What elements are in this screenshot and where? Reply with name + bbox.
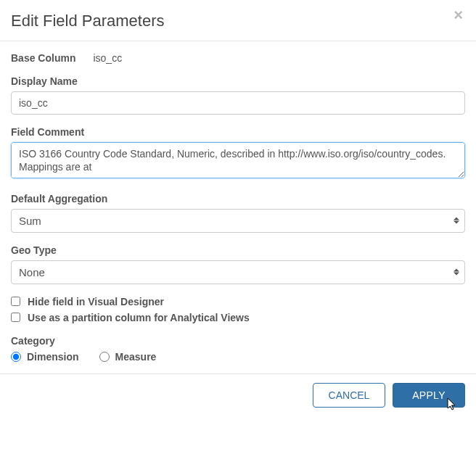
display-name-input[interactable]	[11, 91, 465, 115]
partition-label: Use as a partition column for Analytical…	[28, 312, 250, 323]
geo-type-label: Geo Type	[11, 244, 465, 256]
category-dimension-option[interactable]: Dimension	[11, 351, 79, 363]
category-measure-label: Measure	[115, 351, 157, 363]
close-button[interactable]: ×	[449, 6, 467, 25]
dialog-header: Edit Field Parameters ×	[0, 0, 476, 41]
hide-field-label: Hide field in Visual Designer	[28, 296, 164, 307]
field-comment-textarea[interactable]	[11, 142, 465, 178]
geo-type-row: Geo Type None	[11, 244, 465, 284]
category-dimension-radio[interactable]	[11, 352, 21, 362]
geo-type-select[interactable]: None	[11, 260, 465, 284]
partition-checkbox[interactable]	[11, 313, 20, 322]
field-comment-row: Field Comment	[11, 126, 465, 181]
field-comment-label: Field Comment	[11, 126, 465, 138]
category-row: Category Dimension Measure	[11, 335, 465, 363]
category-measure-option[interactable]: Measure	[99, 351, 157, 363]
options-row: Hide field in Visual Designer Use as a p…	[11, 296, 465, 323]
display-name-row: Display Name	[11, 75, 465, 115]
edit-field-parameters-dialog: Edit Field Parameters × Base Column iso_…	[0, 0, 476, 418]
dialog-body: Base Column iso_cc Display Name Field Co…	[0, 41, 476, 373]
category-measure-radio[interactable]	[99, 352, 110, 362]
display-name-label: Display Name	[11, 75, 465, 87]
base-column-value: iso_cc	[93, 52, 122, 64]
default-aggregation-label: Default Aggregation	[11, 193, 465, 205]
default-aggregation-select[interactable]: Sum	[11, 209, 465, 233]
partition-option[interactable]: Use as a partition column for Analytical…	[11, 312, 465, 323]
cancel-button[interactable]: CANCEL	[313, 383, 385, 408]
category-dimension-label: Dimension	[27, 351, 79, 363]
base-column-row: Base Column iso_cc	[11, 52, 465, 64]
close-icon: ×	[454, 6, 463, 24]
hide-field-option[interactable]: Hide field in Visual Designer	[11, 296, 465, 307]
hide-field-checkbox[interactable]	[11, 297, 20, 306]
category-label: Category	[11, 335, 465, 347]
dialog-title: Edit Field Parameters	[11, 11, 465, 32]
default-aggregation-row: Default Aggregation Sum	[11, 193, 465, 233]
base-column-label: Base Column	[11, 52, 75, 64]
dialog-footer: CANCEL APPLY	[0, 373, 476, 418]
apply-button[interactable]: APPLY	[393, 383, 465, 408]
